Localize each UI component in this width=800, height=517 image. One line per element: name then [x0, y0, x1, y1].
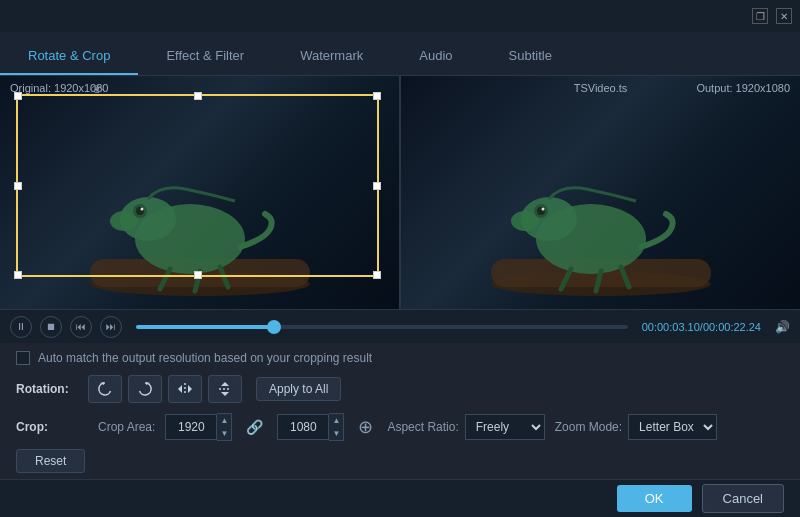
width-spinners: ▲ ▼ [217, 413, 232, 441]
progress-thumb [267, 320, 281, 334]
rotation-label: Rotation: [16, 382, 88, 396]
tab-watermark[interactable]: Watermark [272, 38, 391, 75]
crop-label: Crop: [16, 420, 88, 434]
height-spinner-up[interactable]: ▲ [329, 414, 343, 427]
svg-marker-25 [178, 385, 182, 393]
rotate-cw-button[interactable] [128, 375, 162, 403]
crop-row: Crop: Crop Area: ▲ ▼ 🔗 ▲ ▼ ⊕ [16, 413, 784, 441]
restore-button[interactable]: ❐ [752, 8, 768, 24]
link-icon[interactable]: 🔗 [246, 419, 263, 435]
height-spinner-down[interactable]: ▼ [329, 427, 343, 440]
ok-button[interactable]: OK [617, 485, 692, 512]
tab-audio[interactable]: Audio [391, 38, 480, 75]
rotation-buttons: Apply to All [88, 375, 341, 403]
flip-v-icon [217, 381, 233, 397]
tab-effect-filter[interactable]: Effect & Filter [138, 38, 272, 75]
time-display: 00:00:03.10/00:00:22.24 [642, 321, 761, 333]
main-content: Original: 1920x1080 👁 [0, 76, 800, 517]
tab-rotate-crop[interactable]: Rotate & Crop [0, 38, 138, 75]
auto-match-checkbox[interactable] [16, 351, 30, 365]
tab-subtitle[interactable]: Subtitle [481, 38, 580, 75]
footer-bar: OK Cancel [0, 479, 800, 517]
left-video-panel: Original: 1920x1080 👁 [0, 76, 399, 309]
rotate-cw-icon [137, 381, 153, 397]
svg-marker-26 [188, 385, 192, 393]
height-input-group: ▲ ▼ [277, 413, 344, 441]
aspect-ratio-select[interactable]: Freely [465, 414, 545, 440]
chameleon-svg-right [471, 129, 731, 299]
crop-area-label: Crop Area: [98, 420, 155, 434]
flip-h-button[interactable] [168, 375, 202, 403]
auto-match-label: Auto match the output resolution based o… [38, 351, 372, 365]
width-spinner-up[interactable]: ▲ [217, 414, 231, 427]
progress-bar[interactable] [136, 325, 628, 329]
height-spinners: ▲ ▼ [329, 413, 344, 441]
zoom-mode-group: Zoom Mode: Letter Box [555, 414, 717, 440]
current-time: 00:00:03.10 [642, 321, 700, 333]
flip-v-button[interactable] [208, 375, 242, 403]
total-time: 00:00:22.24 [703, 321, 761, 333]
rotate-anticw-icon [97, 381, 113, 397]
next-button[interactable]: ⏭ [100, 316, 122, 338]
bottom-controls: Auto match the output resolution based o… [0, 343, 800, 479]
tab-bar: Rotate & Crop Effect & Filter Watermark … [0, 32, 800, 76]
title-bar: ❐ ✕ [0, 0, 800, 32]
eye-icon[interactable]: 👁 [90, 82, 104, 98]
right-video-panel: TSVideo.ts Output: 1920x1080 [401, 76, 800, 309]
left-video-thumb [0, 76, 399, 309]
output-label: Output: 1920x1080 [696, 82, 790, 94]
svg-point-18 [541, 208, 544, 211]
zoom-mode-select[interactable]: Letter Box [628, 414, 717, 440]
reset-button[interactable]: Reset [16, 449, 85, 473]
width-input[interactable] [165, 414, 217, 440]
svg-marker-29 [221, 392, 229, 396]
prev-button[interactable]: ⏮ [70, 316, 92, 338]
svg-point-7 [140, 208, 143, 211]
progress-fill [136, 325, 274, 329]
reset-row: Reset [16, 449, 784, 473]
chameleon-svg-left [70, 129, 330, 299]
apply-all-button[interactable]: Apply to All [256, 377, 341, 401]
video-panels: Original: 1920x1080 👁 [0, 76, 800, 309]
flip-h-icon [177, 381, 193, 397]
filename-label: TSVideo.ts [574, 82, 628, 94]
auto-match-row: Auto match the output resolution based o… [16, 351, 784, 365]
rotate-anticw-button[interactable] [88, 375, 122, 403]
height-input[interactable] [277, 414, 329, 440]
right-video-thumb [401, 76, 800, 309]
width-spinner-down[interactable]: ▼ [217, 427, 231, 440]
pause-button[interactable]: ⏸ [10, 316, 32, 338]
rotation-row: Rotation: [16, 375, 784, 403]
width-input-group: ▲ ▼ [165, 413, 232, 441]
aspect-ratio-label: Aspect Ratio: [387, 420, 458, 434]
cancel-button[interactable]: Cancel [702, 484, 784, 513]
zoom-mode-label: Zoom Mode: [555, 420, 622, 434]
stop-button[interactable]: ⏹ [40, 316, 62, 338]
playback-bar: ⏸ ⏹ ⏮ ⏭ 00:00:03.10/00:00:22.24 🔊 [0, 309, 800, 343]
close-button[interactable]: ✕ [776, 8, 792, 24]
crosshair-icon: ⊕ [358, 416, 373, 438]
aspect-ratio-group: Aspect Ratio: Freely [387, 414, 544, 440]
svg-marker-28 [221, 382, 229, 386]
volume-icon[interactable]: 🔊 [775, 320, 790, 334]
